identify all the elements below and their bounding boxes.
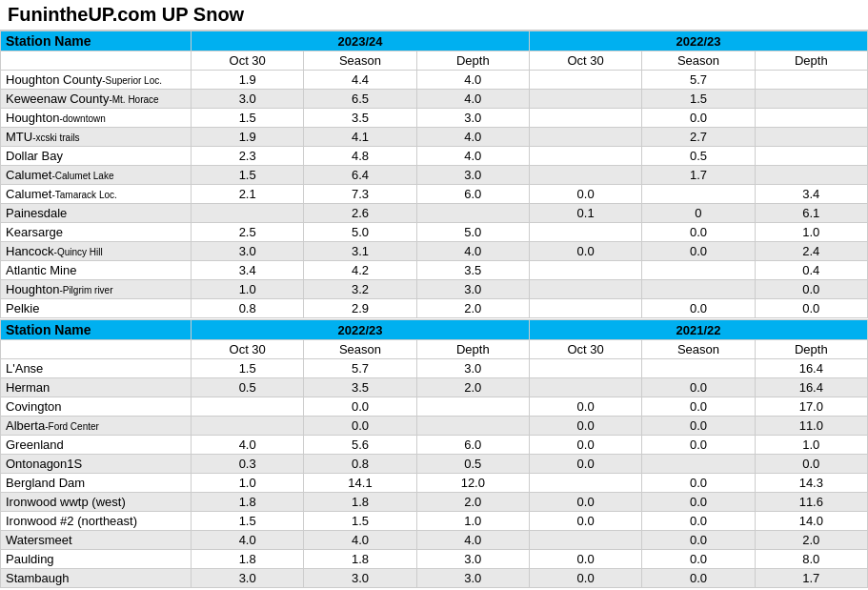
data-cell: 2.0 — [416, 299, 529, 318]
station-name: Atlantic Mine — [1, 261, 192, 280]
data-cell: 3.0 — [304, 569, 416, 588]
data-cell — [529, 359, 641, 378]
data-cell: 0.0 — [642, 223, 755, 242]
table-row: Ironwood #2 (northeast)1.51.51.00.00.014… — [1, 512, 868, 531]
data-cell: 5.7 — [642, 71, 755, 90]
data-cell — [755, 90, 867, 109]
data-cell: 2.1 — [192, 185, 304, 204]
data-cell: 1.8 — [304, 550, 416, 569]
data-cell — [529, 280, 641, 299]
table-row: Watersmeet4.04.04.00.02.0 — [1, 531, 868, 550]
station-name: Kearsarge — [1, 223, 192, 242]
data-cell — [529, 474, 641, 493]
data-cell: 1.9 — [192, 128, 304, 147]
data-cell: 11.6 — [755, 493, 867, 512]
data-cell: 8.0 — [755, 550, 867, 569]
section1-year1-header: 2023/24 — [192, 31, 530, 51]
data-cell: 1.5 — [192, 359, 304, 378]
data-cell: 4.0 — [192, 436, 304, 455]
data-cell: 2.0 — [416, 378, 529, 397]
data-cell — [529, 378, 641, 397]
data-cell: 3.0 — [192, 242, 304, 261]
station-name: Watersmeet — [1, 531, 192, 550]
data-cell: 2.3 — [192, 147, 304, 166]
data-cell: 3.1 — [304, 242, 416, 261]
section1-col1: Oct 30 — [192, 51, 304, 71]
section2-year-header: Station Name 2022/23 2021/22 — [1, 320, 868, 340]
data-cell: 0.0 — [642, 242, 755, 261]
data-cell: 0.0 — [642, 550, 755, 569]
data-cell: 6.0 — [416, 185, 529, 204]
data-cell: 1.9 — [192, 71, 304, 90]
data-cell: 14.0 — [755, 512, 867, 531]
section1-station-header: Station Name — [1, 31, 192, 51]
data-cell — [529, 223, 641, 242]
table-row: Calumet-Tamarack Loc.2.17.36.00.03.4 — [1, 185, 868, 204]
data-cell: 4.4 — [304, 71, 416, 90]
data-cell: 4.8 — [304, 147, 416, 166]
data-cell: 3.0 — [192, 569, 304, 588]
data-cell: 4.2 — [304, 261, 416, 280]
section2-col4: Oct 30 — [529, 340, 641, 359]
table-row: MTU-xcski trails1.94.14.02.7 — [1, 128, 868, 147]
station-name: Covington — [1, 397, 192, 417]
station-name: Stambaugh — [1, 569, 192, 588]
data-cell — [529, 147, 641, 166]
station-name: Bergland Dam — [1, 474, 192, 493]
data-cell: 2.4 — [755, 242, 867, 261]
data-cell: 4.0 — [416, 71, 529, 90]
data-cell — [642, 185, 755, 204]
table-row: Houghton-Pilgrim river1.03.23.00.0 — [1, 280, 868, 299]
data-cell: 1.5 — [192, 512, 304, 531]
data-cell: 2.0 — [416, 493, 529, 512]
section1-year2-header: 2022/23 — [529, 31, 867, 51]
station-name: Herman — [1, 378, 192, 397]
data-cell: 6.5 — [304, 90, 416, 109]
table-row: Keweenaw County-Mt. Horace3.06.54.01.5 — [1, 90, 868, 109]
section2-year1-header: 2022/23 — [192, 320, 530, 340]
table-row: Atlantic Mine3.44.23.50.4 — [1, 261, 868, 280]
data-cell: 0.0 — [642, 474, 755, 493]
section1-col6: Depth — [755, 51, 867, 71]
data-cell — [529, 128, 641, 147]
table-row: Greenland4.05.66.00.00.01.0 — [1, 436, 868, 455]
data-cell — [642, 455, 755, 474]
data-cell: 3.5 — [304, 109, 416, 128]
station-name: Houghton-downtown — [1, 109, 192, 128]
section2-col5: Season — [642, 340, 755, 359]
data-cell: 11.0 — [755, 417, 867, 436]
data-cell: 3.4 — [755, 185, 867, 204]
data-cell: 1.5 — [192, 109, 304, 128]
data-cell: 0.0 — [529, 455, 641, 474]
section2-col-header: Oct 30 Season Depth Oct 30 Season Depth — [1, 340, 868, 359]
data-cell: 6.1 — [755, 204, 867, 223]
table-row: Painesdale2.60.106.1 — [1, 204, 868, 223]
data-cell — [529, 109, 641, 128]
data-cell — [755, 166, 867, 185]
data-cell: 1.0 — [755, 436, 867, 455]
data-cell: 0.0 — [642, 378, 755, 397]
data-cell: 7.3 — [304, 185, 416, 204]
data-cell: 0.0 — [642, 531, 755, 550]
data-cell: 1.0 — [755, 223, 867, 242]
table-row: Hancock-Quincy Hill3.03.14.00.00.02.4 — [1, 242, 868, 261]
table-row: Paulding1.81.83.00.00.08.0 — [1, 550, 868, 569]
data-cell: 0.5 — [416, 455, 529, 474]
data-cell: 5.7 — [304, 359, 416, 378]
table-row: Stambaugh3.03.03.00.00.01.7 — [1, 569, 868, 588]
data-cell: 6.0 — [416, 436, 529, 455]
data-cell — [192, 397, 304, 417]
data-cell: 0 — [642, 204, 755, 223]
table-row: Ontonagon1S0.30.80.50.00.0 — [1, 455, 868, 474]
table-row: Dollar Bay2.34.84.00.5 — [1, 147, 868, 166]
data-cell: 1.0 — [192, 474, 304, 493]
table-row: Bergland Dam1.014.112.00.014.3 — [1, 474, 868, 493]
data-cell: 4.0 — [192, 531, 304, 550]
section2-col2: Season — [304, 340, 416, 359]
data-cell: 3.0 — [416, 359, 529, 378]
table-row: Houghton County-Superior Loc.1.94.44.05.… — [1, 71, 868, 90]
data-cell: 3.5 — [416, 261, 529, 280]
station-name: Pelkie — [1, 299, 192, 318]
data-cell: 0.0 — [642, 436, 755, 455]
data-cell: 0.0 — [529, 493, 641, 512]
